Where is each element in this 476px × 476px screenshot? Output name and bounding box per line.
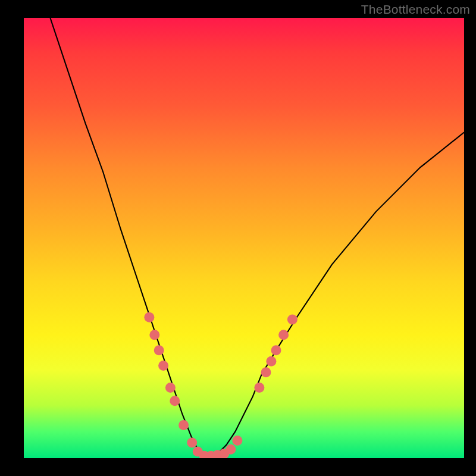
curve-marker (261, 367, 271, 377)
curve-marker (232, 436, 242, 446)
chart-svg (24, 18, 464, 458)
curve-marker (154, 345, 164, 355)
curve-marker (287, 314, 298, 324)
curve-marker (178, 420, 189, 430)
curve-marker (266, 356, 276, 367)
curve-marker (278, 330, 289, 340)
curve-marker (170, 396, 180, 406)
watermark-text: TheBottleneck.com (361, 2, 470, 17)
curve-marker (226, 444, 236, 455)
curve-marker (165, 383, 176, 393)
curve-markers (144, 312, 298, 458)
curve-marker (187, 438, 197, 448)
chart-frame: TheBottleneck.com (0, 0, 476, 476)
curve-marker (149, 330, 159, 340)
plot-area (24, 18, 464, 458)
curve-marker (144, 312, 154, 322)
curve-marker (158, 361, 168, 371)
curve-marker (271, 345, 281, 355)
curve-marker (254, 383, 264, 393)
